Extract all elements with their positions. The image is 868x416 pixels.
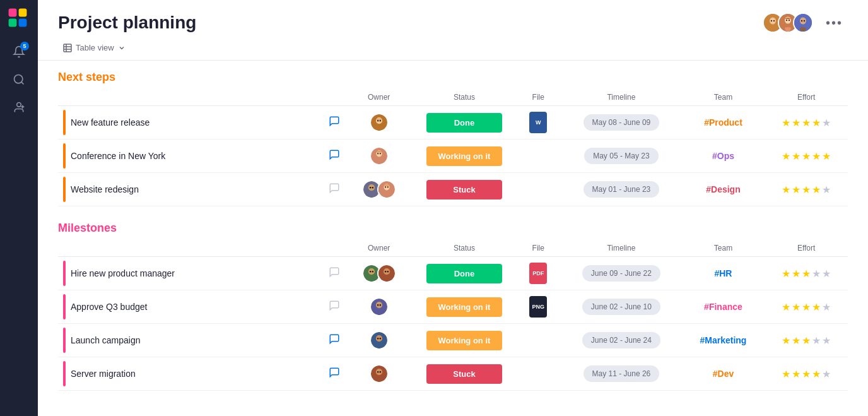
col-header-team: Team bbox=[682, 240, 765, 257]
status-badge[interactable]: Stuck bbox=[426, 364, 502, 384]
svg-point-63 bbox=[377, 371, 378, 372]
notifications-icon[interactable]: 5 bbox=[8, 40, 30, 63]
status-badge[interactable]: Working on it bbox=[426, 297, 502, 317]
table-row: Hire new product manager Done PDF June 0… bbox=[58, 257, 848, 290]
table-row: Server migration Stuck May 11 - June 26 … bbox=[58, 357, 848, 391]
star-3: ★ bbox=[802, 150, 811, 162]
table-header-row: Owner Status File Timeline Team Effort bbox=[58, 240, 848, 257]
star-5: ★ bbox=[822, 301, 831, 313]
timeline-badge: June 02 - June 24 bbox=[582, 332, 660, 348]
task-name: Hire new product manager bbox=[71, 268, 175, 278]
status-badge[interactable]: Working on it bbox=[426, 146, 502, 166]
owner-cell bbox=[350, 364, 408, 383]
svg-point-60 bbox=[379, 338, 380, 339]
invite-people-icon[interactable] bbox=[8, 96, 30, 119]
svg-rect-3 bbox=[19, 19, 27, 27]
task-name: Launch campaign bbox=[71, 335, 141, 345]
sidebar: 5 bbox=[0, 0, 38, 416]
status-badge[interactable]: Stuck bbox=[426, 180, 502, 199]
effort-stars: ★★★★★ bbox=[770, 184, 843, 196]
status-badge[interactable]: Done bbox=[426, 264, 502, 283]
svg-point-46 bbox=[368, 268, 375, 275]
svg-point-44 bbox=[387, 186, 388, 187]
svg-rect-2 bbox=[9, 19, 17, 27]
col-header-timeline: Timeline bbox=[561, 240, 682, 257]
color-bar bbox=[63, 261, 66, 286]
star-3: ★ bbox=[802, 184, 811, 196]
team-label[interactable]: #Dev bbox=[713, 369, 734, 379]
owner-cell bbox=[350, 146, 408, 165]
effort-stars: ★★★★★ bbox=[770, 117, 843, 129]
col-header-owner: Owner bbox=[345, 89, 413, 106]
svg-point-30 bbox=[376, 117, 382, 124]
section-next-steps: Next steps Owner Status File Timeline Te… bbox=[58, 71, 848, 206]
table-view-button[interactable]: Table view bbox=[58, 40, 131, 55]
svg-point-31 bbox=[377, 120, 378, 121]
file-icon: PNG bbox=[529, 296, 547, 318]
logo[interactable] bbox=[8, 8, 30, 30]
team-label[interactable]: #Marketing bbox=[700, 335, 747, 345]
owner-cell bbox=[350, 264, 408, 283]
team-label[interactable]: #Design bbox=[706, 184, 740, 194]
team-label[interactable]: #Finance bbox=[704, 302, 742, 312]
svg-point-18 bbox=[786, 20, 787, 21]
star-5: ★ bbox=[822, 150, 831, 162]
timeline-badge: May 05 - May 23 bbox=[584, 148, 658, 164]
team-label[interactable]: #Product bbox=[704, 117, 742, 128]
col-header-name bbox=[58, 89, 345, 106]
col-header-status: Status bbox=[413, 89, 516, 106]
timeline-badge: May 08 - June 09 bbox=[584, 114, 660, 131]
svg-point-36 bbox=[379, 153, 380, 154]
star-2: ★ bbox=[792, 301, 801, 313]
star-4: ★ bbox=[812, 268, 821, 280]
star-3: ★ bbox=[802, 117, 811, 129]
table-view-label: Table view bbox=[76, 43, 114, 52]
more-menu-button[interactable]: ••• bbox=[821, 13, 848, 33]
owner-avatar bbox=[370, 113, 389, 132]
svg-point-39 bbox=[370, 187, 371, 188]
svg-rect-1 bbox=[19, 9, 27, 17]
svg-point-56 bbox=[379, 304, 380, 306]
milestones-table: Owner Status File Timeline Team Effort H… bbox=[58, 240, 848, 391]
team-label[interactable]: #HR bbox=[714, 268, 732, 278]
svg-rect-25 bbox=[64, 44, 71, 52]
avatar[interactable] bbox=[793, 13, 813, 33]
table-header-row: Owner Status File Timeline Team Effort bbox=[58, 89, 848, 106]
effort-stars: ★★★★★ bbox=[770, 335, 843, 347]
owner-cell bbox=[350, 180, 408, 199]
search-icon[interactable] bbox=[8, 68, 30, 91]
team-label[interactable]: #Ops bbox=[712, 151, 734, 161]
star-3: ★ bbox=[802, 335, 811, 347]
notification-badge: 5 bbox=[20, 42, 29, 51]
svg-point-62 bbox=[376, 369, 382, 375]
star-5: ★ bbox=[822, 368, 831, 380]
svg-point-43 bbox=[385, 186, 386, 187]
status-badge[interactable]: Done bbox=[426, 113, 502, 133]
color-bar bbox=[63, 361, 66, 386]
svg-point-40 bbox=[372, 187, 373, 188]
comment-icon bbox=[329, 333, 340, 345]
content-area: Next steps Owner Status File Timeline Te… bbox=[38, 61, 868, 416]
task-name-cell: New feature release bbox=[63, 110, 340, 135]
col-header-file: File bbox=[515, 240, 561, 257]
owner-avatar bbox=[370, 331, 389, 350]
star-1: ★ bbox=[782, 335, 790, 347]
star-4: ★ bbox=[812, 301, 821, 313]
star-3: ★ bbox=[802, 268, 811, 280]
status-badge[interactable]: Working on it bbox=[426, 331, 502, 350]
star-2: ★ bbox=[792, 335, 801, 347]
color-bar bbox=[63, 177, 66, 202]
owner-avatar bbox=[377, 264, 396, 283]
section-milestones: Milestones Owner Status File Timeline Te… bbox=[58, 222, 848, 391]
effort-stars: ★★★★★ bbox=[770, 150, 843, 162]
owner-cell bbox=[350, 331, 408, 350]
section-title-milestones: Milestones bbox=[58, 222, 848, 235]
svg-point-64 bbox=[379, 371, 380, 372]
star-5: ★ bbox=[822, 335, 831, 347]
star-4: ★ bbox=[812, 150, 821, 162]
effort-stars: ★★★★★ bbox=[770, 301, 843, 313]
svg-point-4 bbox=[15, 75, 23, 83]
star-4: ★ bbox=[812, 184, 821, 196]
timeline-badge: June 09 - June 22 bbox=[582, 265, 660, 282]
color-bar bbox=[63, 294, 66, 319]
